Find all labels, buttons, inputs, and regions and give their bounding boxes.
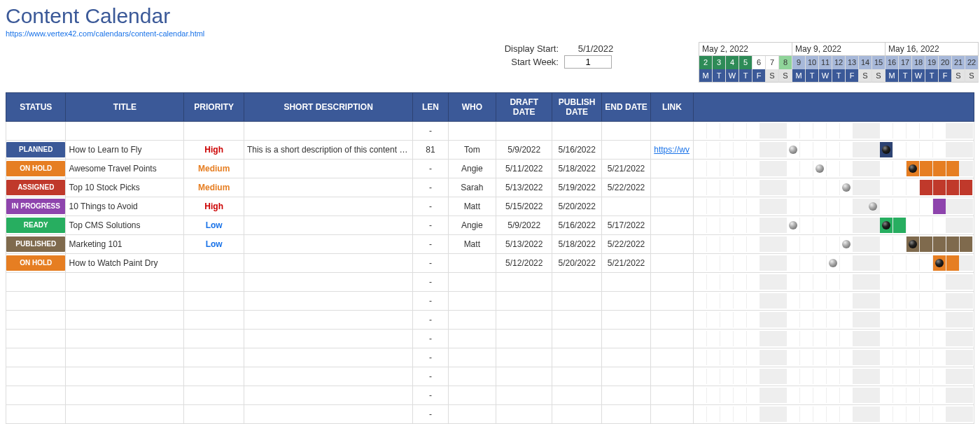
who-cell[interactable]: Angie	[448, 160, 496, 178]
len-cell[interactable]: -	[413, 235, 448, 254]
table-row[interactable]: ON HOLDAwesome Travel PointsMedium-Angie…	[6, 160, 974, 178]
link-cell[interactable]	[651, 254, 693, 273]
len-cell[interactable]: -	[413, 216, 448, 235]
draft-cell[interactable]: 5/9/2022	[496, 216, 552, 235]
start-week-input[interactable]	[564, 55, 612, 69]
status-cell[interactable]: ON HOLD	[6, 160, 66, 178]
col-status[interactable]: STATUS	[6, 93, 66, 122]
table-row[interactable]: -	[6, 311, 974, 330]
publish-cell[interactable]: 5/20/2022	[552, 254, 601, 273]
status-cell[interactable]: READY	[6, 216, 66, 235]
publish-cell[interactable]: 5/18/2022	[552, 235, 601, 254]
title-cell[interactable]: Top 10 Stock Picks	[66, 178, 184, 197]
priority-cell[interactable]	[184, 254, 244, 273]
col-len[interactable]: LEN	[413, 93, 448, 122]
table-row[interactable]: -	[6, 122, 974, 141]
desc-cell[interactable]: This is a short description of this cont…	[244, 141, 412, 160]
desc-cell[interactable]	[244, 178, 412, 197]
publish-cell[interactable]: 5/16/2022	[552, 141, 601, 160]
desc-cell[interactable]	[244, 235, 412, 254]
title-cell[interactable]: How to Learn to Fly	[66, 141, 184, 160]
status-cell[interactable]: PLANNED	[6, 141, 66, 160]
title-cell[interactable]: 10 Things to Avoid	[66, 197, 184, 216]
col-end[interactable]: END DATE	[601, 93, 650, 122]
len-cell[interactable]: 81	[413, 141, 448, 160]
col-publish[interactable]: PUBLISH DATE	[552, 93, 601, 122]
col-who[interactable]: WHO	[448, 93, 496, 122]
end-cell[interactable]: 5/22/2022	[601, 178, 650, 197]
draft-cell[interactable]: 5/13/2022	[496, 178, 552, 197]
table-row[interactable]: -	[6, 330, 974, 348]
priority-cell[interactable]: Low	[184, 235, 244, 254]
status-cell[interactable]: PUBLISHED	[6, 235, 66, 254]
priority-cell[interactable]: High	[184, 197, 244, 216]
link-cell[interactable]	[651, 216, 693, 235]
len-cell[interactable]: -	[413, 160, 448, 178]
table-row[interactable]: PUBLISHEDMarketing 101Low-Matt5/13/20225…	[6, 235, 974, 254]
end-cell[interactable]	[601, 197, 650, 216]
title-cell[interactable]: Marketing 101	[66, 235, 184, 254]
who-cell[interactable]: Angie	[448, 216, 496, 235]
who-cell[interactable]	[448, 254, 496, 273]
draft-cell[interactable]: 5/9/2022	[496, 141, 552, 160]
title-cell[interactable]: Awesome Travel Points	[66, 160, 184, 178]
priority-cell[interactable]: Medium	[184, 178, 244, 197]
end-cell[interactable]: 5/22/2022	[601, 235, 650, 254]
publish-cell[interactable]: 5/20/2022	[552, 197, 601, 216]
desc-cell[interactable]	[244, 254, 412, 273]
draft-cell[interactable]: 5/12/2022	[496, 254, 552, 273]
end-cell[interactable]	[601, 141, 650, 160]
status-cell[interactable]: ON HOLD	[6, 254, 66, 273]
table-row[interactable]: ASSIGNEDTop 10 Stock PicksMedium-Sarah5/…	[6, 178, 974, 197]
desc-cell[interactable]	[244, 197, 412, 216]
table-row[interactable]: -	[6, 292, 974, 311]
table-row[interactable]: READYTop CMS SolutionsLow-Angie5/9/20225…	[6, 216, 974, 235]
publish-cell[interactable]: 5/16/2022	[552, 216, 601, 235]
table-row[interactable]: IN PROGRESS10 Things to AvoidHigh-Matt5/…	[6, 197, 974, 216]
link-cell[interactable]	[651, 178, 693, 197]
draft-cell[interactable]: 5/15/2022	[496, 197, 552, 216]
table-row[interactable]: -	[6, 386, 974, 405]
col-draft[interactable]: DRAFT DATE	[496, 93, 552, 122]
col-link[interactable]: LINK	[651, 93, 693, 122]
desc-cell[interactable]	[244, 160, 412, 178]
publish-cell[interactable]: 5/18/2022	[552, 160, 601, 178]
table-row[interactable]: ON HOLDHow to Watch Paint Dry-5/12/20225…	[6, 254, 974, 273]
draft-cell[interactable]: 5/11/2022	[496, 160, 552, 178]
who-cell[interactable]: Sarah	[448, 178, 496, 197]
link-cell[interactable]: https://wv	[651, 141, 693, 160]
desc-cell[interactable]	[244, 216, 412, 235]
table-row[interactable]: -	[6, 367, 974, 386]
title-cell[interactable]: Top CMS Solutions	[66, 216, 184, 235]
draft-cell[interactable]: 5/13/2022	[496, 235, 552, 254]
table-row[interactable]: -	[6, 405, 974, 424]
priority-cell[interactable]: Medium	[184, 160, 244, 178]
who-cell[interactable]: Tom	[448, 141, 496, 160]
source-link[interactable]: https://www.vertex42.com/calendars/conte…	[6, 29, 204, 38]
table-row[interactable]: -	[6, 273, 974, 292]
who-cell[interactable]: Matt	[448, 235, 496, 254]
table-row[interactable]: -	[6, 348, 974, 367]
link-cell[interactable]	[651, 235, 693, 254]
end-cell[interactable]: 5/21/2022	[601, 160, 650, 178]
publish-cell[interactable]: 5/19/2022	[552, 178, 601, 197]
priority-cell[interactable]: High	[184, 141, 244, 160]
col-desc[interactable]: SHORT DESCRIPTION	[244, 93, 412, 122]
priority-cell[interactable]: Low	[184, 216, 244, 235]
table-row[interactable]: PLANNEDHow to Learn to FlyHighThis is a …	[6, 141, 974, 160]
status-cell[interactable]: IN PROGRESS	[6, 197, 66, 216]
len-cell[interactable]: -	[413, 254, 448, 273]
status-cell[interactable]: ASSIGNED	[6, 178, 66, 197]
end-cell[interactable]: 5/17/2022	[601, 216, 650, 235]
title-cell[interactable]: How to Watch Paint Dry	[66, 254, 184, 273]
col-priority[interactable]: PRIORITY	[184, 93, 244, 122]
who-cell[interactable]: Matt	[448, 197, 496, 216]
display-start-value[interactable]: 5/1/2022	[564, 43, 627, 54]
len-cell[interactable]: -	[413, 178, 448, 197]
row-link[interactable]: https://wv	[654, 145, 690, 155]
end-cell[interactable]: 5/21/2022	[601, 254, 650, 273]
len-cell[interactable]: -	[413, 197, 448, 216]
col-title[interactable]: TITLE	[66, 93, 184, 122]
link-cell[interactable]	[651, 197, 693, 216]
link-cell[interactable]	[651, 160, 693, 178]
